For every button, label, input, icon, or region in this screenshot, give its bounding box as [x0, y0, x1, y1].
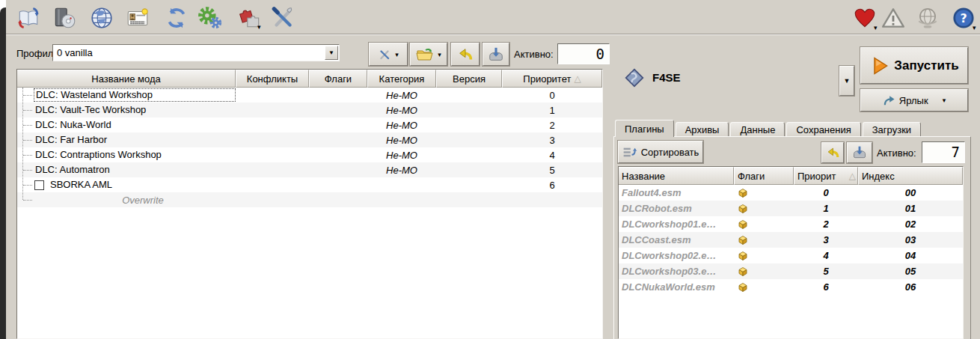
tab-saves[interactable]: Сохранения [786, 122, 860, 137]
tab-downloads[interactable]: Загрузки [863, 122, 921, 137]
tree-branch [17, 162, 34, 177]
mod-row[interactable]: DLC: Wasteland Workshop Не-МО 0 [17, 88, 602, 103]
plugin-row[interactable]: DLCNukaWorld.esm 6 06 [619, 279, 963, 295]
shortcut-button[interactable]: Ярлык ▾ [860, 89, 968, 112]
main-toolbar: ▾ ▾ [6, 0, 980, 34]
tree-branch [17, 117, 34, 132]
column-plugin-priority[interactable]: Приорит△ [794, 167, 858, 185]
master-flag-icon [738, 251, 748, 261]
mod-list-header: Название мода Конфликты Флаги Категория … [17, 70, 602, 88]
help-icon[interactable]: ? ▾ [950, 4, 977, 31]
mod-organizer-window: ▾ ▾ [0, 0, 980, 339]
tree-branch [17, 88, 34, 103]
mod-row[interactable]: DLC: Automatron Не-МО 5 [17, 162, 602, 177]
executable-dropdown-icon[interactable]: ▼ [839, 66, 854, 96]
settings-icon[interactable] [196, 4, 223, 31]
plugins-create-backup-button[interactable] [847, 142, 872, 163]
column-plugin-name[interactable]: Название [619, 167, 734, 185]
plugin-list-header: Название Флаги Приорит△ Индекс [619, 167, 963, 185]
plugin-list-table: Название Флаги Приорит△ Индекс Fallout4.… [618, 166, 964, 339]
open-folder-dropdown-icon[interactable]: ▾ [438, 51, 441, 58]
tab-plugins[interactable]: Плагины [615, 120, 674, 137]
master-flag-icon [738, 188, 748, 198]
run-play-icon [869, 55, 890, 77]
overwrite-row[interactable]: Overwrite [17, 192, 602, 207]
mod-row[interactable]: DLC: Far Harbor Не-МО 3 [17, 132, 602, 147]
profile-dropdown-icon[interactable]: ▼ [325, 46, 338, 60]
update-check-icon[interactable] [914, 4, 941, 31]
master-flag-icon [738, 235, 748, 245]
profile-icon[interactable] [124, 4, 151, 31]
plugin-row[interactable]: DLCworkshop01.e… 2 02 [619, 216, 963, 232]
tab-archives[interactable]: Архивы [676, 122, 729, 137]
install-from-disk-icon[interactable] [51, 4, 78, 31]
column-conflicts[interactable]: Конфликты [236, 70, 309, 88]
tree-branch [17, 177, 34, 192]
column-category[interactable]: Категория [367, 70, 436, 88]
notifications-icon[interactable] [880, 4, 907, 31]
run-button[interactable]: Запустить [860, 47, 968, 84]
tree-branch [17, 192, 34, 207]
create-backup-button[interactable] [483, 43, 509, 66]
column-version[interactable]: Версия [436, 70, 502, 88]
right-panel-tabs: Плагины Архивы Данные Сохранения Загрузк… [615, 120, 922, 137]
column-mod-name[interactable]: Название мода [17, 70, 236, 88]
plugin-row[interactable]: DLCRobot.esm 1 01 [619, 201, 963, 216]
mod-row[interactable]: SBORKA AML 6 [17, 177, 602, 192]
browse-nexus-icon[interactable] [88, 4, 115, 31]
plugins-icon[interactable]: ▾ [236, 4, 263, 31]
plugins-dropdown-icon[interactable]: ▾ [257, 24, 261, 31]
master-flag-icon [738, 266, 748, 277]
endorse-dropdown-icon[interactable]: ▾ [874, 25, 878, 31]
sort-ascending-icon: △ [849, 171, 856, 180]
open-folder-button[interactable]: ▾ [410, 43, 447, 66]
plugin-row[interactable]: Fallout4.esm 0 00 [619, 185, 963, 201]
plugins-restore-backup-button[interactable] [821, 142, 844, 163]
mod-active-count: 0 [557, 43, 610, 64]
column-priority[interactable]: Приоритет△ [502, 70, 602, 88]
install-mod-icon[interactable] [15, 4, 42, 31]
master-flag-icon [738, 219, 748, 230]
refresh-icon[interactable] [163, 4, 190, 31]
sort-button[interactable]: Сортировать [618, 141, 703, 163]
sort-ascending-icon: △ [574, 74, 581, 83]
mod-enable-checkbox[interactable] [34, 180, 44, 190]
svg-text:?: ? [960, 11, 967, 25]
plugins-active-count: 7 [922, 141, 965, 163]
sort-icon [622, 146, 637, 159]
mod-active-label: Активно: [514, 49, 554, 60]
plugin-row[interactable]: DLCworkshop03.e… 5 05 [619, 263, 963, 279]
toolbar-separator [6, 34, 980, 35]
tree-branch [17, 147, 34, 162]
master-flag-icon [738, 282, 748, 293]
endorse-icon[interactable]: ▾ [851, 4, 878, 31]
plugin-row[interactable]: DLCworkshop02.e… 4 04 [619, 248, 963, 263]
master-flag-icon [738, 204, 748, 214]
column-flags[interactable]: Флаги [309, 70, 367, 88]
executable-name: F4SE [652, 71, 681, 84]
mod-row[interactable]: DLC: Vault-Tec Workshop Не-МО 1 [17, 103, 602, 117]
mod-row[interactable]: DLC: Contraptions Workshop Не-МО 4 [17, 147, 602, 162]
profile-value: 0 vanilla [53, 47, 325, 58]
mod-list-table: Название мода Конфликты Флаги Категория … [16, 69, 603, 339]
help-dropdown-icon[interactable]: ▾ [973, 25, 976, 31]
mod-tools-dropdown-icon[interactable]: ▾ [395, 51, 399, 58]
tools-icon[interactable] [269, 4, 296, 31]
tab-data[interactable]: Данные [730, 122, 785, 137]
background-window-strip [0, 7, 6, 339]
plugin-row[interactable]: DLCCoast.esm 3 03 [619, 232, 963, 248]
column-plugin-index[interactable]: Индекс [858, 167, 963, 185]
column-plugin-flags[interactable]: Флаги [734, 167, 794, 185]
profile-select[interactable]: 0 vanilla ▼ [52, 44, 340, 61]
mod-tools-button[interactable]: ▾ [369, 43, 408, 66]
main-window: ▾ ▾ [6, 0, 980, 339]
plugins-active-label: Активно: [877, 147, 916, 159]
tree-branch [17, 132, 34, 147]
executable-f4se-icon[interactable] [621, 64, 648, 91]
restore-backup-button[interactable] [451, 43, 480, 66]
shortcut-dropdown-icon[interactable]: ▾ [943, 97, 946, 104]
tree-branch [17, 103, 34, 117]
mod-row[interactable]: DLC: Nuka-World Не-МО 2 [17, 117, 602, 132]
shortcut-arrow-icon [883, 94, 895, 107]
